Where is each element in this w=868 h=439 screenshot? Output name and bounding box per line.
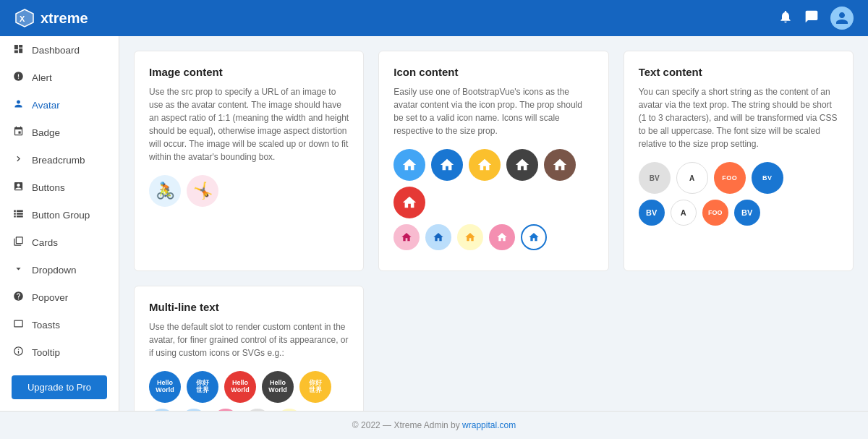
icon-av-4: [506, 149, 538, 181]
icon-av-3: [469, 149, 501, 181]
text-av-1: BV: [639, 162, 671, 194]
text-avatar-row-1: BV A FOO BV: [639, 162, 838, 194]
svg-text:X: X: [20, 14, 25, 23]
icon-content-desc: Easily use one of BootstrapVue's icons a…: [393, 85, 593, 137]
text-av-2: A: [676, 162, 708, 194]
multiline-row-1: Hello World 你好 世界 Hello World Hello Worl…: [149, 371, 349, 403]
ml-av-3: Hello World: [224, 371, 256, 403]
sidebar-item-tooltip[interactable]: Tooltip: [0, 338, 119, 366]
icon-avatar-row-1: [393, 149, 593, 218]
empty-card-2: [378, 286, 608, 411]
buttons-icon: [12, 181, 25, 194]
breadcrumb-icon: [12, 153, 25, 166]
dropdown-icon: [12, 263, 25, 276]
badge-icon: [12, 126, 25, 139]
footer: © 2022 — Xtreme Admin by wrappital.com: [0, 411, 868, 439]
text-avatar-row-2: BV A FOO BV: [639, 200, 838, 226]
dashboard-icon: [12, 43, 25, 56]
header-actions: [778, 7, 854, 30]
sidebar-item-popover[interactable]: Popover: [0, 284, 119, 311]
text-av-4: BV: [752, 162, 783, 194]
multiline-text-card: Multi-line text Use the default slot to …: [134, 286, 364, 411]
icon-av-sm-5: [521, 224, 547, 250]
icon-content-card: Icon content Easily use one of Bootstrap…: [378, 51, 608, 271]
avatar-icon: [12, 98, 25, 111]
icon-avatar-row-2: [393, 224, 593, 250]
sidebar-label-cards: Cards: [32, 237, 58, 248]
icon-content-title: Icon content: [393, 66, 593, 78]
ml-av-4: Hello World: [262, 371, 294, 403]
icon-av-sm-2: [425, 224, 451, 250]
sidebar-item-badge[interactable]: Badge: [0, 119, 119, 146]
cards-grid-bottom: Multi-line text Use the default slot to …: [134, 286, 854, 411]
text-content-desc: You can specify a short string as the co…: [639, 85, 838, 150]
sidebar-label-avatar: Avatar: [32, 100, 60, 111]
notification-icon[interactable]: [778, 9, 793, 27]
image-content-card: Image content Use the src prop to specif…: [134, 51, 364, 271]
button-group-icon: [12, 208, 25, 221]
sidebar-label-breadcrumb: Breadcrumb: [32, 155, 85, 166]
sidebar-item-breadcrumb[interactable]: Breadcrumb: [0, 146, 119, 174]
sidebar-label-buttons: Buttons: [32, 182, 65, 193]
icon-av-sm-3: [457, 224, 483, 250]
chat-icon[interactable]: [804, 9, 819, 27]
icon-av-2: [431, 149, 463, 181]
popover-icon: [12, 291, 25, 304]
icon-av-sm-1: [393, 224, 420, 250]
sidebar-item-dropdown[interactable]: Dropdown: [0, 256, 119, 284]
tooltip-icon: [12, 346, 25, 359]
user-avatar[interactable]: [830, 7, 854, 30]
icon-av-1: [393, 149, 425, 181]
avatar-img-1: 🚴: [149, 175, 181, 207]
icon-av-5: [544, 149, 576, 181]
logo: X xtreme: [14, 8, 88, 28]
sidebar-item-button-group[interactable]: Button Group: [0, 201, 119, 229]
multiline-desc: Use the default slot to render custom co…: [149, 320, 349, 359]
cards-grid-top: Image content Use the src prop to specif…: [134, 51, 854, 271]
text-content-title: Text content: [639, 66, 838, 78]
sidebar-label-popover: Popover: [32, 292, 68, 303]
avatar-img-2: 🤸: [187, 175, 218, 207]
header: X xtreme: [0, 0, 868, 36]
sidebar-label-badge: Badge: [32, 127, 60, 138]
footer-text: © 2022 — Xtreme Admin by: [352, 420, 462, 430]
logo-text: xtreme: [41, 10, 88, 27]
main-content: Image content Use the src prop to specif…: [119, 36, 868, 411]
text-av-3: FOO: [714, 162, 746, 194]
image-content-title: Image content: [149, 66, 349, 78]
text-av-sm-2: A: [671, 200, 697, 226]
icon-av-sm-4: [489, 224, 515, 250]
ml-av-2: 你好 世界: [187, 371, 218, 403]
icon-av-6: [393, 187, 425, 218]
main-layout: Dashboard Alert Avatar Badge Breadcrumb: [0, 36, 868, 411]
sidebar-label-dropdown: Dropdown: [32, 265, 77, 276]
sidebar-label-dashboard: Dashboard: [32, 45, 80, 56]
sidebar: Dashboard Alert Avatar Badge Breadcrumb: [0, 36, 119, 411]
footer-link[interactable]: wrappital.com: [462, 420, 516, 430]
alert-icon: [12, 71, 25, 84]
ml-av-1: Hello World: [149, 371, 181, 403]
sidebar-item-dashboard[interactable]: Dashboard: [0, 36, 119, 64]
text-av-sm-4: BV: [734, 200, 760, 226]
multiline-title: Multi-line text: [149, 301, 349, 313]
sidebar-label-toasts: Toasts: [32, 320, 60, 331]
text-content-card: Text content You can specify a short str…: [624, 51, 854, 271]
sidebar-label-button-group: Button Group: [32, 210, 90, 221]
sidebar-item-cards[interactable]: Cards: [0, 229, 119, 256]
logo-icon: X: [14, 8, 35, 28]
sidebar-item-avatar[interactable]: Avatar: [0, 91, 119, 119]
sidebar-item-toasts[interactable]: Toasts: [0, 311, 119, 338]
empty-card-3: [624, 286, 854, 411]
sidebar-label-alert: Alert: [32, 72, 52, 83]
text-av-sm-3: FOO: [702, 200, 728, 226]
sidebar-item-buttons[interactable]: Buttons: [0, 174, 119, 201]
ml-av-5: 你好 世界: [299, 371, 331, 403]
image-content-desc: Use the src prop to specify a URL of an …: [149, 85, 349, 163]
sidebar-item-alert[interactable]: Alert: [0, 64, 119, 91]
image-avatar-row: 🚴 🤸: [149, 175, 349, 207]
toasts-icon: [12, 318, 25, 331]
upgrade-button[interactable]: Upgrade to Pro: [12, 375, 107, 399]
sidebar-label-tooltip: Tooltip: [32, 347, 60, 358]
cards-icon: [12, 236, 25, 249]
text-av-sm-1: BV: [639, 200, 665, 226]
